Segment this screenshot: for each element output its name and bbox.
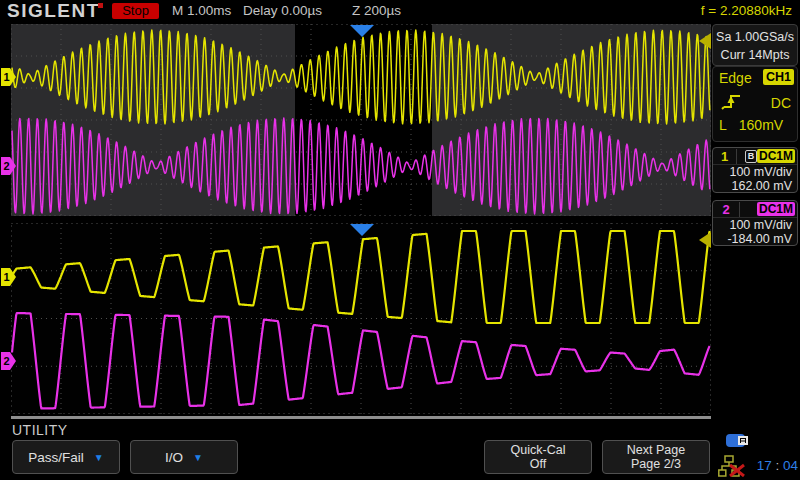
quick-cal-button[interactable]: Quick-Cal Off: [484, 440, 592, 474]
channel2-scale: 100 mV/div: [713, 218, 797, 232]
run-state-badge[interactable]: Stop: [112, 3, 159, 19]
channel2-header: 2 DC1M: [713, 201, 797, 218]
logo-dot: [98, 3, 103, 8]
channel1-number: 1: [713, 149, 737, 164]
clock: 17 : 04: [752, 458, 798, 473]
pass-fail-label: Pass/Fail: [28, 450, 84, 465]
channel1-header: 1 B DC1M: [713, 148, 797, 165]
channel2-number: 2: [713, 202, 740, 217]
trigger-level-readout: L160mV: [719, 117, 783, 133]
io-label: I/O: [165, 450, 183, 465]
clock-hours: 17: [757, 458, 772, 473]
svg-text:2: 2: [3, 160, 9, 172]
trigger-coupling: DC: [771, 95, 791, 111]
channel2-coupling-badge: DC1M: [757, 202, 795, 216]
frequency-counter: f = 2.20880kHz: [701, 3, 792, 18]
svg-text:1: 1: [3, 271, 9, 283]
pass-fail-button[interactable]: Pass/Fail ▼: [12, 440, 120, 474]
trigger-info-box[interactable]: Edge CH1 DC L160mV: [712, 66, 798, 142]
menu-title: UTILITY: [12, 422, 68, 438]
channel1-coupling-badge: DC1M: [757, 149, 795, 163]
top-status-bar: SIGLENT Stop M 1.00ms Delay 0.00µs Z 200…: [0, 0, 800, 23]
lan-disconnected-icon: [718, 455, 748, 477]
next-page-indicator: Page 2/3: [631, 457, 681, 471]
trigger-source-badge: CH1: [763, 69, 794, 85]
waveform-display[interactable]: 1212: [0, 0, 712, 430]
zoom-scale-readout: Z 200µs: [352, 3, 401, 18]
svg-text:1: 1: [3, 71, 9, 83]
dropdown-arrow-icon: ▼: [94, 452, 104, 463]
usb-icon: [726, 433, 752, 449]
channel1-scale: 100 mV/div: [713, 165, 797, 179]
quick-cal-state: Off: [530, 457, 546, 471]
channel2-info-box[interactable]: 2 DC1M 100 mV/div -184.00 mV: [712, 200, 798, 246]
rising-edge-icon: [721, 91, 743, 111]
bandwidth-limit-icon: B: [745, 150, 757, 163]
acquisition-info-box: Sa 1.00GSa/s Curr 14Mpts: [712, 24, 798, 66]
svg-text:2: 2: [3, 355, 9, 367]
channel1-info-box[interactable]: 1 B DC1M 100 mV/div 162.00 mV: [712, 147, 798, 193]
memory-depth: Curr 14Mpts: [713, 46, 797, 64]
clock-minutes: 04: [783, 458, 798, 473]
io-button[interactable]: I/O ▼: [130, 440, 238, 474]
delay-readout: Delay 0.00µs: [243, 3, 322, 18]
channel2-offset: -184.00 mV: [713, 232, 797, 246]
next-page-label: Next Page: [627, 443, 685, 457]
siglent-logo: SIGLENT: [7, 0, 100, 22]
trigger-type: Edge: [719, 70, 752, 86]
channel1-offset: 162.00 mV: [713, 179, 797, 193]
dropdown-arrow-icon: ▼: [193, 452, 203, 463]
clock-colon: :: [775, 458, 779, 473]
timebase-readout: M 1.00ms: [172, 3, 231, 18]
grid-bottom-edge: [11, 416, 711, 419]
quick-cal-label: Quick-Cal: [511, 443, 566, 457]
next-page-button[interactable]: Next Page Page 2/3: [602, 440, 710, 474]
sample-rate: Sa 1.00GSa/s: [713, 28, 797, 46]
oscilloscope-screen: 1212 SIGLENT Stop M 1.00ms Delay 0.00µs …: [0, 0, 800, 480]
